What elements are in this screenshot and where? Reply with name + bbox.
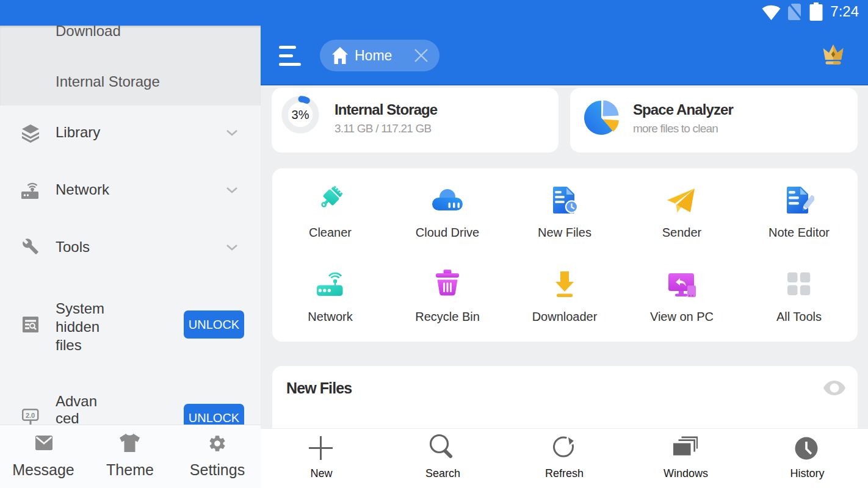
svg-text:2.0: 2.0 <box>26 412 35 419</box>
